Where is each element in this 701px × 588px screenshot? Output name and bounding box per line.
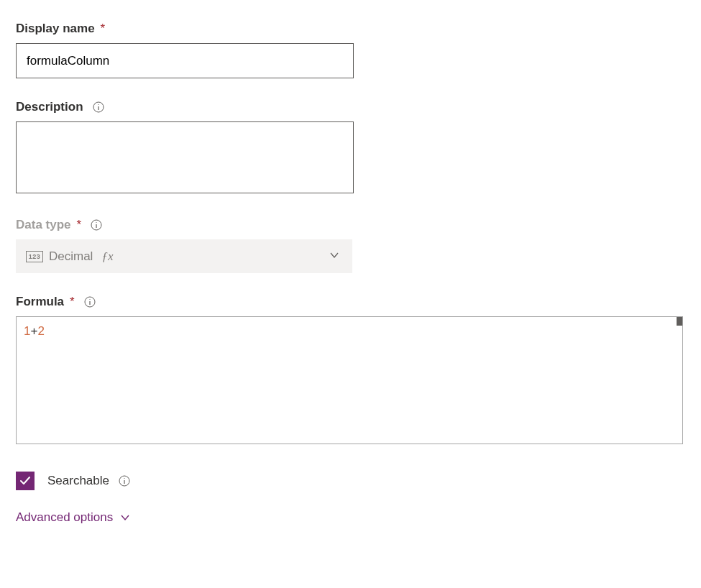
advanced-options-toggle[interactable]: Advanced options <box>16 510 130 525</box>
scroll-indicator <box>677 317 682 326</box>
display-name-label-text: Display name <box>16 22 95 36</box>
display-name-label: Display name * <box>16 22 685 36</box>
info-icon[interactable] <box>118 474 131 487</box>
description-input[interactable] <box>16 121 354 193</box>
formula-field-group: Formula * 1+2 <box>16 295 685 444</box>
svg-point-4 <box>96 222 97 223</box>
formula-label-text: Formula <box>16 295 64 309</box>
description-label-text: Description <box>16 100 83 114</box>
data-type-label-text: Data type <box>16 218 71 232</box>
fx-icon: ƒx <box>101 249 113 264</box>
svg-point-1 <box>98 104 98 105</box>
description-field-group: Description <box>16 100 685 196</box>
formula-token-number: 2 <box>37 324 44 338</box>
info-icon[interactable] <box>92 101 105 114</box>
display-name-input[interactable] <box>16 43 354 78</box>
data-type-dropdown[interactable]: 123 Decimal ƒx <box>16 239 352 273</box>
advanced-options-label: Advanced options <box>16 510 113 525</box>
chevron-down-icon <box>329 250 339 263</box>
formula-editor[interactable]: 1+2 <box>16 316 683 444</box>
formula-token-operator: + <box>30 324 37 338</box>
description-label: Description <box>16 100 685 114</box>
data-type-field-group: Data type * 123 Decimal ƒx <box>16 218 685 273</box>
required-asterisk: * <box>101 22 106 36</box>
data-type-selected-text: Decimal <box>49 249 93 264</box>
info-icon[interactable] <box>90 219 103 231</box>
searchable-checkbox[interactable] <box>16 472 35 490</box>
formula-content: 1+2 <box>24 323 675 340</box>
required-asterisk: * <box>70 295 75 309</box>
searchable-label: Searchable <box>47 474 109 488</box>
data-type-selected: 123 Decimal ƒx <box>26 249 113 264</box>
svg-point-7 <box>89 299 90 300</box>
info-icon[interactable] <box>83 295 96 308</box>
display-name-field-group: Display name * <box>16 22 685 78</box>
chevron-down-icon <box>120 513 130 523</box>
formula-label: Formula * <box>16 295 685 309</box>
required-asterisk: * <box>77 218 82 232</box>
data-type-label: Data type * <box>16 218 685 232</box>
number-type-icon: 123 <box>26 251 43 262</box>
svg-point-10 <box>124 478 124 479</box>
searchable-row: Searchable <box>16 472 685 490</box>
